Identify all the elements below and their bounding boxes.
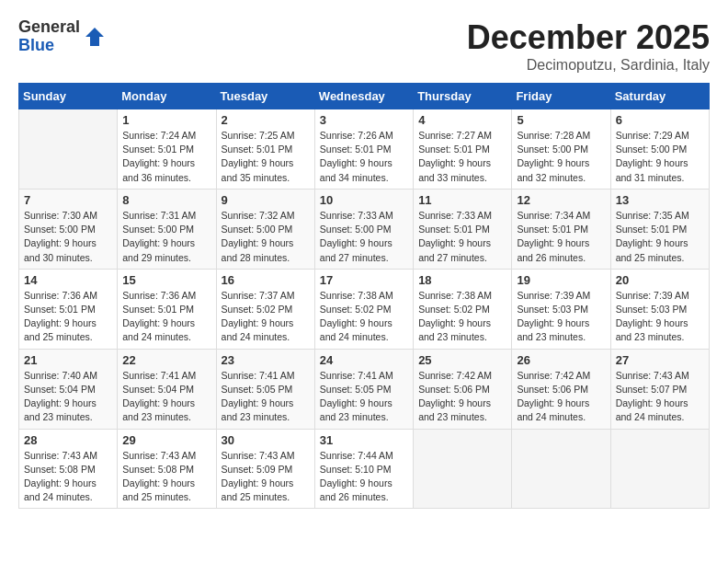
day-number: 28 <box>24 433 112 447</box>
day-number: 4 <box>418 113 506 127</box>
day-info: Sunrise: 7:26 AMSunset: 5:01 PMDaylight:… <box>320 129 408 185</box>
weekday-header-monday: Monday <box>118 84 216 109</box>
calendar-cell <box>414 429 512 509</box>
day-info: Sunrise: 7:33 AMSunset: 5:00 PMDaylight:… <box>320 209 408 265</box>
calendar-cell: 29Sunrise: 7:43 AMSunset: 5:08 PMDayligh… <box>118 429 216 509</box>
page-header: General Blue December 2025 Decimoputzu, … <box>18 18 710 74</box>
day-info: Sunrise: 7:41 AMSunset: 5:05 PMDaylight:… <box>320 369 408 425</box>
calendar-cell: 25Sunrise: 7:42 AMSunset: 5:06 PMDayligh… <box>414 349 512 429</box>
calendar-cell: 13Sunrise: 7:35 AMSunset: 5:01 PMDayligh… <box>610 189 709 269</box>
calendar-cell: 23Sunrise: 7:41 AMSunset: 5:05 PMDayligh… <box>216 349 314 429</box>
day-info: Sunrise: 7:29 AMSunset: 5:00 PMDaylight:… <box>616 129 704 185</box>
day-info: Sunrise: 7:38 AMSunset: 5:02 PMDaylight:… <box>320 289 408 345</box>
location-subtitle: Decimoputzu, Sardinia, Italy <box>467 57 710 74</box>
day-info: Sunrise: 7:37 AMSunset: 5:02 PMDaylight:… <box>222 289 310 345</box>
day-number: 1 <box>122 113 210 127</box>
calendar-cell: 8Sunrise: 7:31 AMSunset: 5:00 PMDaylight… <box>118 189 216 269</box>
calendar-cell: 21Sunrise: 7:40 AMSunset: 5:04 PMDayligh… <box>19 349 118 429</box>
day-info: Sunrise: 7:34 AMSunset: 5:01 PMDaylight:… <box>517 209 605 265</box>
day-number: 18 <box>418 273 506 287</box>
day-number: 29 <box>122 433 210 447</box>
day-info: Sunrise: 7:40 AMSunset: 5:04 PMDaylight:… <box>24 369 112 425</box>
day-info: Sunrise: 7:30 AMSunset: 5:00 PMDaylight:… <box>24 209 112 265</box>
calendar-cell: 5Sunrise: 7:28 AMSunset: 5:00 PMDaylight… <box>512 109 610 190</box>
svg-marker-0 <box>85 28 104 46</box>
day-number: 10 <box>320 193 408 207</box>
weekday-header-saturday: Saturday <box>610 84 709 109</box>
day-number: 15 <box>122 273 210 287</box>
day-info: Sunrise: 7:32 AMSunset: 5:00 PMDaylight:… <box>222 209 310 265</box>
weekday-header-friday: Friday <box>512 84 610 109</box>
calendar-cell: 22Sunrise: 7:41 AMSunset: 5:04 PMDayligh… <box>118 349 216 429</box>
calendar-cell <box>19 109 118 190</box>
calendar-cell: 10Sunrise: 7:33 AMSunset: 5:00 PMDayligh… <box>314 189 413 269</box>
day-number: 14 <box>24 273 112 287</box>
day-number: 16 <box>222 273 310 287</box>
title-area: December 2025 Decimoputzu, Sardinia, Ita… <box>467 18 710 74</box>
month-title: December 2025 <box>467 18 710 57</box>
logo-icon <box>84 26 106 48</box>
calendar-cell: 20Sunrise: 7:39 AMSunset: 5:03 PMDayligh… <box>610 269 709 349</box>
day-number: 2 <box>222 113 310 127</box>
calendar-cell: 2Sunrise: 7:25 AMSunset: 5:01 PMDaylight… <box>216 109 314 190</box>
day-info: Sunrise: 7:28 AMSunset: 5:00 PMDaylight:… <box>517 129 605 185</box>
calendar-cell: 15Sunrise: 7:36 AMSunset: 5:01 PMDayligh… <box>118 269 216 349</box>
week-row-3: 14Sunrise: 7:36 AMSunset: 5:01 PMDayligh… <box>19 269 710 349</box>
day-info: Sunrise: 7:36 AMSunset: 5:01 PMDaylight:… <box>122 289 210 345</box>
calendar-cell: 12Sunrise: 7:34 AMSunset: 5:01 PMDayligh… <box>512 189 610 269</box>
day-info: Sunrise: 7:41 AMSunset: 5:05 PMDaylight:… <box>222 369 310 425</box>
day-number: 21 <box>24 353 112 367</box>
calendar-cell: 24Sunrise: 7:41 AMSunset: 5:05 PMDayligh… <box>314 349 413 429</box>
day-number: 7 <box>24 193 112 207</box>
day-number: 13 <box>616 193 704 207</box>
day-info: Sunrise: 7:35 AMSunset: 5:01 PMDaylight:… <box>616 209 704 265</box>
calendar-cell: 27Sunrise: 7:43 AMSunset: 5:07 PMDayligh… <box>610 349 709 429</box>
weekday-header-row: SundayMondayTuesdayWednesdayThursdayFrid… <box>19 84 710 109</box>
day-info: Sunrise: 7:43 AMSunset: 5:07 PMDaylight:… <box>616 369 704 425</box>
calendar-cell: 19Sunrise: 7:39 AMSunset: 5:03 PMDayligh… <box>512 269 610 349</box>
day-info: Sunrise: 7:27 AMSunset: 5:01 PMDaylight:… <box>418 129 506 185</box>
calendar-cell: 3Sunrise: 7:26 AMSunset: 5:01 PMDaylight… <box>314 109 413 190</box>
day-number: 6 <box>616 113 704 127</box>
day-info: Sunrise: 7:42 AMSunset: 5:06 PMDaylight:… <box>418 369 506 425</box>
day-number: 12 <box>517 193 605 207</box>
calendar-cell <box>610 429 709 509</box>
weekday-header-sunday: Sunday <box>19 84 118 109</box>
calendar-cell: 7Sunrise: 7:30 AMSunset: 5:00 PMDaylight… <box>19 189 118 269</box>
day-number: 31 <box>320 433 408 447</box>
day-number: 23 <box>222 353 310 367</box>
day-number: 3 <box>320 113 408 127</box>
day-info: Sunrise: 7:44 AMSunset: 5:10 PMDaylight:… <box>320 449 408 505</box>
day-number: 24 <box>320 353 408 367</box>
day-number: 17 <box>320 273 408 287</box>
day-number: 5 <box>517 113 605 127</box>
calendar-cell: 16Sunrise: 7:37 AMSunset: 5:02 PMDayligh… <box>216 269 314 349</box>
calendar-cell: 11Sunrise: 7:33 AMSunset: 5:01 PMDayligh… <box>414 189 512 269</box>
logo: General Blue <box>18 18 106 55</box>
day-number: 25 <box>418 353 506 367</box>
week-row-1: 1Sunrise: 7:24 AMSunset: 5:01 PMDaylight… <box>19 109 710 190</box>
day-info: Sunrise: 7:42 AMSunset: 5:06 PMDaylight:… <box>517 369 605 425</box>
day-info: Sunrise: 7:39 AMSunset: 5:03 PMDaylight:… <box>616 289 704 345</box>
calendar-cell: 26Sunrise: 7:42 AMSunset: 5:06 PMDayligh… <box>512 349 610 429</box>
day-number: 19 <box>517 273 605 287</box>
calendar-cell: 30Sunrise: 7:43 AMSunset: 5:09 PMDayligh… <box>216 429 314 509</box>
calendar-table: SundayMondayTuesdayWednesdayThursdayFrid… <box>18 83 710 509</box>
calendar-cell: 6Sunrise: 7:29 AMSunset: 5:00 PMDaylight… <box>610 109 709 190</box>
week-row-5: 28Sunrise: 7:43 AMSunset: 5:08 PMDayligh… <box>19 429 710 509</box>
day-info: Sunrise: 7:43 AMSunset: 5:08 PMDaylight:… <box>122 449 210 505</box>
logo-general: General <box>18 17 80 36</box>
weekday-header-thursday: Thursday <box>414 84 512 109</box>
day-info: Sunrise: 7:38 AMSunset: 5:02 PMDaylight:… <box>418 289 506 345</box>
week-row-4: 21Sunrise: 7:40 AMSunset: 5:04 PMDayligh… <box>19 349 710 429</box>
day-info: Sunrise: 7:25 AMSunset: 5:01 PMDaylight:… <box>222 129 310 185</box>
day-number: 20 <box>616 273 704 287</box>
day-info: Sunrise: 7:43 AMSunset: 5:08 PMDaylight:… <box>24 449 112 505</box>
calendar-cell: 9Sunrise: 7:32 AMSunset: 5:00 PMDaylight… <box>216 189 314 269</box>
calendar-cell: 31Sunrise: 7:44 AMSunset: 5:10 PMDayligh… <box>314 429 413 509</box>
day-number: 8 <box>122 193 210 207</box>
calendar-cell <box>512 429 610 509</box>
day-info: Sunrise: 7:31 AMSunset: 5:00 PMDaylight:… <box>122 209 210 265</box>
day-info: Sunrise: 7:33 AMSunset: 5:01 PMDaylight:… <box>418 209 506 265</box>
day-info: Sunrise: 7:39 AMSunset: 5:03 PMDaylight:… <box>517 289 605 345</box>
